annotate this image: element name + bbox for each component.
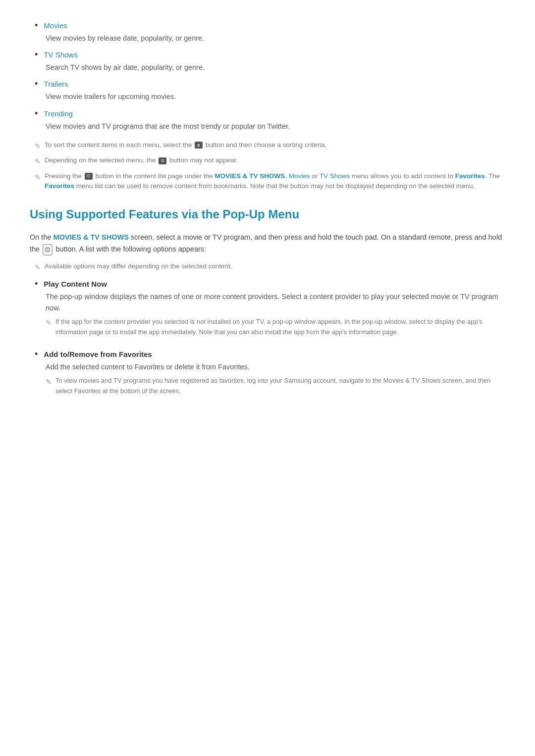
bullet-dot: • <box>35 79 38 88</box>
note-pressing-text: Pressing the ⊙ button in the content lis… <box>45 171 505 192</box>
main-bullet-list: • Movies View movies by release date, po… <box>30 20 505 132</box>
sub-note-item-play: ✎ If the app for the content provider yo… <box>46 317 505 338</box>
trending-description: View movies and TV programs that are the… <box>46 121 505 132</box>
note-item-pressing: ✎ Pressing the ⊙ button in the content l… <box>30 171 505 192</box>
movies-link-note[interactable]: Movies <box>289 172 310 180</box>
note-item-available: ✎ Available options may differ depending… <box>30 261 505 273</box>
sub-note-favorites-text: To view movies and TV programs you have … <box>55 376 505 397</box>
favorites-highlight-1: Favorites <box>455 172 485 180</box>
section-notes-list: ✎ Available options may differ depending… <box>30 261 505 273</box>
pencil-icon: ✎ <box>35 262 41 273</box>
bullet-dot: • <box>35 109 38 118</box>
section-intro: On the MOVIES & TV SHOWS screen, select … <box>30 232 505 255</box>
note-item-sort: ✎ To sort the content items in each menu… <box>30 140 505 151</box>
list-item-add-remove-favorites: • Add to/Remove from Favorites Add the s… <box>30 349 505 403</box>
list-item-tv-shows: • TV Shows Search TV shows by air date, … <box>30 49 505 73</box>
play-content-now-description: The pop-up window displays the names of … <box>46 291 505 314</box>
bullet-dot: • <box>35 21 38 30</box>
add-remove-favorites-label: Add to/Remove from Favorites <box>44 349 152 360</box>
add-remove-favorites-sub-notes: ✎ To view movies and TV programs you hav… <box>46 376 505 400</box>
tv-shows-description: Search TV shows by air date, popularity,… <box>46 62 505 73</box>
bullet-dot: • <box>35 279 38 288</box>
menu-icon <box>195 142 203 149</box>
section-movies-tv-shows-highlight: MOVIES & TV SHOWS <box>54 233 129 241</box>
bullet-dot: • <box>35 50 38 59</box>
sub-note-play-text: If the app for the content provider you … <box>55 317 505 338</box>
play-content-now-sub-notes: ✎ If the app for the content provider yo… <box>46 317 505 341</box>
pencil-icon: ✎ <box>35 156 41 167</box>
movies-link[interactable]: Movies <box>44 20 67 32</box>
note-item-button-may-not: ✎ Depending on the selected menu, the bu… <box>30 155 505 167</box>
movies-tv-shows-highlight: MOVIES & TV SHOWS <box>214 172 285 180</box>
play-content-now-label: Play Content Now <box>44 278 107 290</box>
trailers-link[interactable]: Trailers <box>44 78 68 90</box>
section-title: Using Supported Features via the Pop-Up … <box>30 205 505 224</box>
note-sort-text: To sort the content items in each menu, … <box>45 140 326 150</box>
tv-shows-link-note[interactable]: TV Shows <box>320 172 350 180</box>
pencil-icon: ✎ <box>46 376 52 387</box>
popup-items-list: • Play Content Now The pop-up window dis… <box>30 278 505 403</box>
pencil-icon: ✎ <box>35 141 41 151</box>
add-remove-favorites-description: Add the selected content to Favorites or… <box>46 361 505 373</box>
note-available-text: Available options may differ depending o… <box>45 261 232 271</box>
list-item-movies: • Movies View movies by release date, po… <box>30 20 505 44</box>
pencil-icon: ✎ <box>46 317 52 328</box>
list-item-trailers: • Trailers View movie trailers for upcom… <box>30 78 505 102</box>
pencil-icon: ✎ <box>35 172 41 183</box>
favorites-highlight-2: Favorites <box>45 182 74 190</box>
sub-note-item-favorites: ✎ To view movies and TV programs you hav… <box>46 376 505 397</box>
search-icon: ⊙ <box>85 173 93 180</box>
list-item-trending: • Trending View movies and TV programs t… <box>30 108 505 132</box>
bullet-dot: • <box>35 350 38 358</box>
menu-icon <box>159 157 166 164</box>
trending-link[interactable]: Trending <box>44 108 73 120</box>
list-item-play-content-now: • Play Content Now The pop-up window dis… <box>30 278 505 344</box>
movies-description: View movies by release date, popularity,… <box>46 33 505 44</box>
note-button-may-not-text: Depending on the selected menu, the butt… <box>45 155 238 165</box>
tv-shows-link[interactable]: TV Shows <box>44 49 77 61</box>
notes-list: ✎ To sort the content items in each menu… <box>30 140 505 191</box>
remote-button-icon: ⊡ <box>43 244 53 256</box>
trailers-description: View movie trailers for upcoming movies. <box>46 91 505 102</box>
